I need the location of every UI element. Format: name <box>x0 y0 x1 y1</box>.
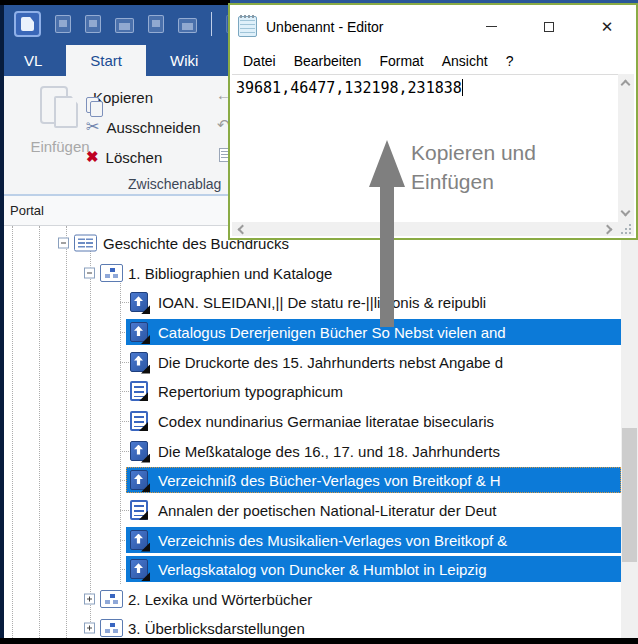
quick-access-toolbar <box>14 11 242 37</box>
ribbon-group-label: Zwischenablag <box>128 176 221 192</box>
toolbar-separator <box>211 12 212 36</box>
tree-item[interactable]: Verzeichniß des Bücher-Verlages von Brei… <box>0 465 621 495</box>
tree-item-label: Die Meßkataloge des 16., 17. und 18. Jah… <box>158 442 500 459</box>
expand-toggle-icon[interactable] <box>84 623 95 634</box>
document-lines-icon <box>130 500 148 520</box>
maximize-button[interactable] <box>520 5 578 48</box>
notepad-title: Unbenannt - Editor <box>266 19 384 35</box>
scroll-up-icon[interactable] <box>621 80 631 90</box>
tree-item[interactable]: Die Druckorte des 15. Jahrhunderts nebst… <box>0 347 621 377</box>
menu-item-ansicht[interactable]: Ansicht <box>433 53 497 69</box>
tree-item-label: Catalogus Dererjenigen Bücher So Nebst v… <box>158 323 506 340</box>
tree-item[interactable]: Verlagskatalog von Duncker & Humblot in … <box>0 554 621 584</box>
save-as-icon[interactable] <box>148 15 164 33</box>
index-card-icon <box>74 235 97 252</box>
paste-button-label: Einfügen <box>30 138 89 155</box>
tree-item[interactable]: 3. Überblicksdarstellungen <box>0 613 621 638</box>
annotation-line-2: Einfügen <box>411 170 494 193</box>
tree-item-label: 2. Lexika und Wörterbücher <box>128 590 312 607</box>
button-label: Ausschneiden <box>106 119 200 136</box>
tree-item[interactable]: Annalen der poetischen National-Literatu… <box>0 495 621 525</box>
notepad-menubar: DateiBearbeitenFormatAnsicht? <box>234 48 616 74</box>
close-button[interactable]: ✕ <box>578 5 636 48</box>
book-link-icon <box>130 352 148 372</box>
folder-structure-icon <box>100 590 123 608</box>
tree-item[interactable]: Repertorium typographicum <box>0 376 621 406</box>
kopieren-button[interactable]: Kopieren <box>86 82 236 112</box>
screenshot-root: VLStartWiki Einfügen Kopieren✂Ausschneid… <box>0 0 638 644</box>
tree-item[interactable]: Catalogus Dererjenigen Bücher So Nebst v… <box>0 317 621 347</box>
notepad-content: 39681,46477,132198,231838 <box>236 79 462 97</box>
book-link-icon <box>130 322 148 342</box>
menu-item-bearbeiten[interactable]: Bearbeiten <box>285 53 371 69</box>
ausschneiden-button[interactable]: ✂Ausschneiden <box>86 112 236 142</box>
menu-item-help[interactable]: ? <box>497 53 523 69</box>
text-caret <box>462 79 463 96</box>
window-left-border <box>0 0 4 644</box>
löschen-button[interactable]: ✖Löschen <box>86 142 236 172</box>
tree-item-label: 3. Überblicksdarstellungen <box>128 620 305 637</box>
scroll-left-icon[interactable] <box>238 225 248 235</box>
menu-item-datei[interactable]: Datei <box>234 53 285 69</box>
minimize-icon <box>486 26 497 27</box>
tree-item-label: Die Druckorte des 15. Jahrhunderts nebst… <box>158 353 503 370</box>
scissors-icon: ✂ <box>86 118 99 136</box>
notepad-horizontal-scrollbar[interactable] <box>232 222 618 236</box>
app-icon[interactable] <box>14 11 41 37</box>
document-lines-icon <box>130 411 148 431</box>
scroll-right-icon[interactable] <box>603 225 613 235</box>
close-icon: ✕ <box>601 19 614 34</box>
book-link-icon <box>130 441 148 461</box>
tree-item-label: Verzeichniß des Bücher-Verlages von Brei… <box>158 472 501 489</box>
edit-record-icon[interactable] <box>85 15 101 33</box>
tree-item-label: 1. Bibliographien und Kataloge <box>128 264 332 281</box>
notepad-icon <box>238 16 257 37</box>
annotation-line-1: Kopieren und <box>411 141 536 164</box>
tab-wiki[interactable]: Wiki <box>146 45 222 76</box>
book-link-icon <box>130 559 148 579</box>
expand-toggle-icon[interactable] <box>84 593 95 604</box>
tree-item[interactable]: 1. Bibliographien und Kataloge <box>0 258 621 288</box>
tree-item-label: IOAN. SLEIDANI,|| De statu re-||ligionis… <box>158 294 486 311</box>
folder-structure-icon <box>100 264 123 282</box>
menu-item-format[interactable]: Format <box>370 53 432 69</box>
tab-vl[interactable]: VL <box>0 45 66 76</box>
red-x-icon: ✖ <box>86 148 99 166</box>
window-bottom-border <box>0 638 638 644</box>
tree-item[interactable]: Die Meßkataloge des 16., 17. und 18. Jah… <box>0 436 621 466</box>
book-link-icon <box>130 530 148 550</box>
catalog-tree: Geschichte des Buchdrucks1. Bibliographi… <box>0 226 638 638</box>
book-link-icon <box>130 470 148 490</box>
export-record-icon[interactable] <box>55 15 71 33</box>
open-folder-icon[interactable] <box>178 18 197 33</box>
scroll-down-icon[interactable] <box>621 207 631 217</box>
clipboard-paste-icon <box>40 86 80 132</box>
tree-scrollbar-thumb[interactable] <box>622 428 637 562</box>
book-link-icon <box>130 292 148 312</box>
folder-structure-icon <box>100 619 123 637</box>
minimize-button[interactable] <box>462 5 520 48</box>
tree-item-label: Verzeichnis des Musikalien-Verlages von … <box>158 531 507 548</box>
tree-item-label: Annalen der poetischen National-Literatu… <box>158 501 497 518</box>
notepad-window: Unbenannt - Editor ✕ DateiBearbeitenForm… <box>228 3 638 240</box>
tree-item[interactable]: IOAN. SLEIDANI,|| De statu re-||ligionis… <box>0 287 621 317</box>
portal-label: Portal <box>10 203 44 218</box>
tree-item[interactable]: Codex nundinarius Germaniae literatae bi… <box>0 406 621 436</box>
window-top-border <box>0 0 230 5</box>
tree-vertical-scrollbar[interactable] <box>621 226 638 638</box>
tab-start[interactable]: Start <box>66 45 146 76</box>
collapse-toggle-icon[interactable] <box>58 238 69 249</box>
print-icon[interactable] <box>115 18 134 33</box>
maximize-icon <box>544 22 554 32</box>
tree-item[interactable]: 2. Lexika und Wörterbücher <box>0 584 621 614</box>
document-lines-icon <box>130 381 148 401</box>
resize-grip-icon[interactable] <box>618 222 634 236</box>
tree-item-label: Verlagskatalog von Duncker & Humblot in … <box>158 561 487 578</box>
tree-item-label: Codex nundinarius Germaniae literatae bi… <box>158 412 494 429</box>
collapse-toggle-icon[interactable] <box>84 267 95 278</box>
tree-item[interactable]: Verzeichnis des Musikalien-Verlages von … <box>0 525 621 555</box>
notepad-vertical-scrollbar[interactable] <box>618 74 634 222</box>
notepad-window-controls: ✕ <box>462 5 636 48</box>
tree-item-label: Repertorium typographicum <box>158 383 343 400</box>
annotation-label: Kopieren und Einfügen <box>411 138 536 196</box>
